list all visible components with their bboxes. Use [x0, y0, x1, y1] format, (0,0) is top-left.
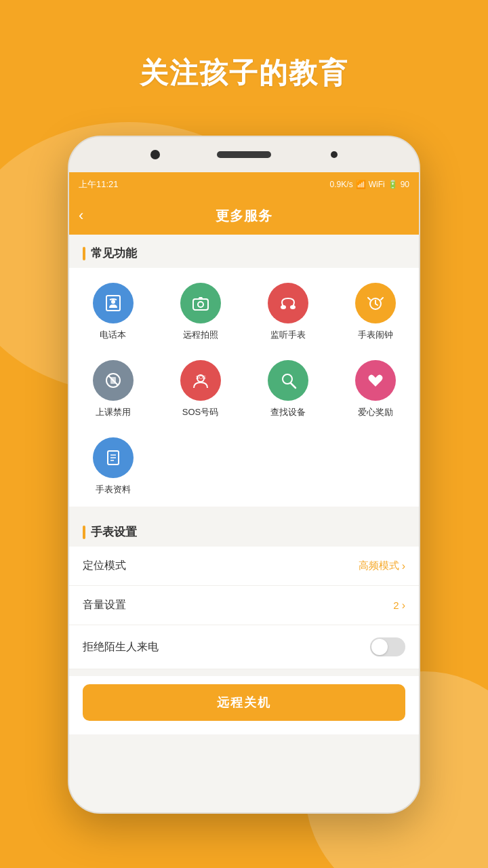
common-section-header: 常见功能 [69, 235, 419, 268]
section-bar-watch [83, 526, 85, 539]
phone-speaker [217, 151, 271, 158]
icon-item-phonebook[interactable]: 电话本 [69, 275, 157, 352]
icon-item-love-reward[interactable]: 爱心奖励 [331, 352, 419, 429]
icon-item-monitor[interactable]: 监听手表 [244, 275, 331, 352]
bottom-btn-area: 远程关机 [69, 676, 419, 734]
divider1 [69, 507, 419, 513]
svg-text:SOS: SOS [196, 375, 206, 380]
icon-item-class-ban[interactable]: 上课禁用 [69, 352, 157, 429]
svg-point-3 [198, 302, 203, 307]
class-ban-icon [93, 360, 134, 401]
icon-item-remote-photo[interactable]: 远程拍照 [157, 275, 244, 352]
battery-value: 90 [401, 180, 409, 189]
signal-icon: 📶 [356, 180, 366, 189]
volume-value-text: 2 [393, 599, 399, 611]
icon-item-sos[interactable]: SOS SOS号码 [157, 352, 244, 429]
find-device-label: 查找设备 [270, 406, 306, 418]
wifi-icon: WiFi [369, 180, 385, 189]
common-section-title: 常见功能 [91, 245, 137, 261]
watch-section-header: 手表设置 [69, 513, 419, 547]
phone-top-bar [69, 137, 419, 172]
battery-icon: 🔋 [388, 180, 398, 189]
settings-list: 定位模式 高频模式 › 音量设置 2 › 拒绝陌生人来电 [69, 547, 419, 669]
location-chevron: › [402, 560, 405, 572]
love-reward-label: 爱心奖励 [358, 406, 393, 418]
alarm-label: 手表闹钟 [358, 329, 393, 341]
love-reward-icon [355, 360, 396, 401]
status-time: 上午11:21 [79, 178, 119, 191]
status-right: 0.9K/s 📶 WiFi 🔋 90 [330, 180, 409, 189]
remote-photo-label: 远程拍照 [183, 329, 218, 341]
find-device-icon [268, 360, 308, 401]
class-ban-label: 上课禁用 [96, 406, 131, 418]
phone-content: 常见功能 电话本 [69, 235, 419, 812]
reject-label: 拒绝陌生人来电 [83, 640, 159, 654]
svg-point-5 [290, 305, 296, 309]
reject-toggle[interactable] [370, 637, 405, 656]
location-label: 定位模式 [83, 559, 126, 573]
watch-info-icon [93, 437, 134, 478]
network-speed: 0.9K/s [330, 180, 353, 189]
icon-item-watch-info[interactable]: 手表资料 [69, 429, 157, 507]
location-value-text: 高频模式 [359, 559, 399, 572]
icon-item-find-device[interactable]: 查找设备 [244, 352, 331, 429]
phonebook-label: 电话本 [100, 329, 126, 341]
phone-camera [150, 150, 160, 159]
volume-chevron: › [402, 599, 405, 612]
settings-item-reject[interactable]: 拒绝陌生人来电 [69, 625, 419, 669]
watch-info-label: 手表资料 [96, 484, 131, 496]
svg-rect-2 [193, 299, 208, 310]
monitor-icon [268, 283, 308, 323]
watch-section-title: 手表设置 [91, 524, 137, 540]
phone-mockup: 上午11:21 0.9K/s 📶 WiFi 🔋 90 ‹ 更多服务 常见功能 [68, 136, 420, 814]
settings-item-location[interactable]: 定位模式 高频模式 › [69, 547, 419, 586]
status-bar: 上午11:21 0.9K/s 📶 WiFi 🔋 90 [69, 172, 419, 197]
svg-point-4 [281, 305, 286, 309]
icon-grid-row1: 电话本 远程拍照 [69, 268, 419, 507]
sos-icon: SOS [180, 360, 221, 401]
toggle-knob [371, 639, 388, 655]
svg-rect-9 [110, 377, 116, 384]
svg-line-13 [291, 383, 296, 388]
location-value: 高频模式 › [359, 559, 405, 572]
app-header: ‹ 更多服务 [69, 197, 419, 235]
remote-photo-icon [180, 283, 221, 323]
common-section: 常见功能 电话本 [69, 235, 419, 507]
volume-label: 音量设置 [83, 598, 126, 612]
back-button[interactable]: ‹ [79, 207, 83, 224]
phone-camera-front [331, 151, 338, 158]
header-title: 更多服务 [216, 207, 272, 225]
icon-item-alarm[interactable]: 手表闹钟 [331, 275, 419, 352]
sos-label: SOS号码 [182, 406, 218, 418]
volume-value: 2 › [393, 599, 405, 612]
svg-point-1 [111, 300, 115, 304]
remote-shutdown-button[interactable]: 远程关机 [83, 684, 405, 721]
phonebook-icon [93, 283, 134, 323]
monitor-label: 监听手表 [270, 329, 306, 341]
watch-section: 手表设置 定位模式 高频模式 › 音量设置 2 › [69, 513, 419, 669]
alarm-icon [355, 283, 396, 323]
headline: 关注孩子的教育 [0, 54, 488, 92]
settings-item-volume[interactable]: 音量设置 2 › [69, 586, 419, 625]
section-bar-common [83, 247, 85, 260]
